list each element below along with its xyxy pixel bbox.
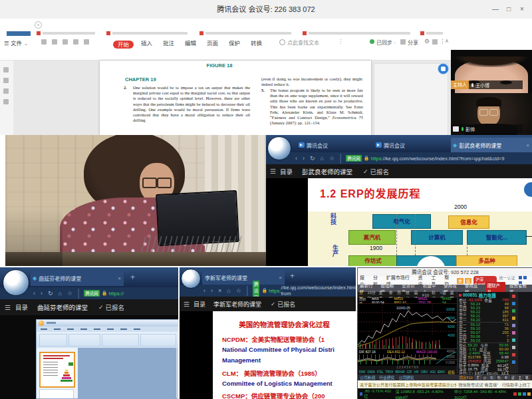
back-icon[interactable]: ‹ xyxy=(33,290,35,297)
back-icon[interactable]: ‹ xyxy=(295,155,297,162)
mini-tab[interactable]: 递 xyxy=(509,374,516,381)
browser-tab-active[interactable]: ◆彭武良老师的课堂× xyxy=(451,138,532,152)
tab-insert[interactable]: 插入 xyxy=(141,39,152,47)
video-tile-host[interactable]: 主持人 王小博 xyxy=(451,50,532,93)
tool-icon[interactable] xyxy=(512,353,515,356)
refresh-icon[interactable]: ↻ xyxy=(310,155,315,162)
collapse-ribbon-icon[interactable]: ∧ xyxy=(445,38,449,44)
doc-tab[interactable] xyxy=(106,31,188,36)
ticker-announcement[interactable]: 关于首次公开发行股票网上申购中签摇号事项提示公告 xyxy=(360,382,456,388)
tool-icon[interactable] xyxy=(512,302,515,305)
stock-max-button[interactable] xyxy=(523,276,527,279)
status-icon[interactable] xyxy=(523,392,526,396)
minimize-button[interactable]: — xyxy=(491,5,500,13)
tab-industry-research[interactable]: 行业研究 xyxy=(379,374,394,380)
pin-f10-button[interactable]: 固定F10 xyxy=(459,375,472,380)
search-more-icon[interactable]: ⋮ xyxy=(338,39,343,45)
favorite-star-icon[interactable]: ☆ xyxy=(236,287,241,294)
share-button[interactable]: 分享 xyxy=(408,39,418,46)
back-icon[interactable]: ‹ xyxy=(203,287,205,294)
ind-dmi[interactable]: DMI xyxy=(359,370,366,374)
slide-thumbnail-selected[interactable] xyxy=(39,352,75,388)
video-tile-participant[interactable]: 彭帅 xyxy=(451,93,532,135)
share-icon[interactable] xyxy=(400,39,406,45)
tab-company-research[interactable]: 公司研究 xyxy=(398,374,414,380)
ind-fsl[interactable]: FSL xyxy=(377,370,384,374)
scrollbar[interactable] xyxy=(176,348,178,398)
ind-cr[interactable]: CR xyxy=(407,370,412,374)
comment-bubble-icon[interactable] xyxy=(432,39,438,45)
tab-page[interactable]: 页面 xyxy=(207,39,218,47)
tool-icon[interactable] xyxy=(512,295,515,298)
doc-tab[interactable] xyxy=(37,31,95,36)
doc-tab[interactable] xyxy=(303,31,410,36)
thumbnail-panel-icon[interactable] xyxy=(3,67,9,72)
mini-tab[interactable]: 热 xyxy=(495,374,502,381)
address-bar[interactable]: https:// xyxy=(108,291,124,297)
browser-logo[interactable] xyxy=(267,136,291,160)
mini-tab[interactable]: 检 xyxy=(489,374,495,381)
new-tab-button[interactable]: + xyxy=(130,273,135,282)
browser-tab[interactable]: 腾讯会议 xyxy=(374,138,448,152)
tool-icon[interactable] xyxy=(512,317,515,320)
favorite-star-icon[interactable]: ☆ xyxy=(67,290,72,297)
redo-icon[interactable] xyxy=(84,39,89,45)
browser-tab[interactable]: 腾讯会议 xyxy=(297,138,371,152)
stop-icon[interactable]: × xyxy=(218,287,221,294)
ind-asi[interactable]: ASI xyxy=(430,370,436,374)
mini-tab[interactable]: 单 xyxy=(503,374,509,381)
print-icon[interactable] xyxy=(63,39,68,45)
address-bar[interactable]: ://ke.qq.com/webcourse/index.html?from=q… xyxy=(382,156,505,162)
url-scheme[interactable]: https: xyxy=(269,288,281,294)
ind-brar[interactable]: BRAR xyxy=(395,370,404,374)
slide-thumbnail[interactable] xyxy=(39,389,74,399)
menu-icon[interactable]: ☰ xyxy=(5,304,11,311)
doc-tab-active[interactable] xyxy=(7,31,31,36)
stock-min-button[interactable] xyxy=(519,276,522,279)
news-ticker[interactable]: 关于首次公开发行股票网上申购中签摇号事项提示公告 · 微信账号试试“看直播” ·… xyxy=(358,380,532,388)
address-bar[interactable]: //ke.qq.com/webcourse/index.html?from xyxy=(281,285,356,297)
ind-emv[interactable]: EMV xyxy=(438,370,445,374)
mini-tab[interactable]: 笔 xyxy=(523,374,530,381)
browser-logo[interactable] xyxy=(181,269,201,289)
ind-obv[interactable]: OBV xyxy=(421,370,428,374)
ind-dma[interactable]: DMA xyxy=(368,370,376,374)
tab-close-icon[interactable]: × xyxy=(279,275,285,281)
tab-comment[interactable]: 批注 xyxy=(163,39,174,47)
mini-tab[interactable]: 主 xyxy=(517,374,523,381)
new-tab-button[interactable]: + xyxy=(290,271,295,281)
mini-tab[interactable]: 买 xyxy=(475,374,481,381)
ind-trix[interactable]: TRIX xyxy=(386,370,394,374)
home-icon[interactable]: ⌂ xyxy=(227,287,230,294)
status-icon[interactable] xyxy=(518,392,521,396)
file-menu[interactable]: ☰ 文件 ⌄ xyxy=(4,39,29,47)
ind-vr[interactable]: VR xyxy=(414,370,418,374)
tab-close-icon[interactable]: × xyxy=(118,275,124,281)
ticker-promo[interactable]: · 微信账号试试“看直播” · 行情助手上线了 xyxy=(456,382,531,388)
toc-button[interactable]: 目录 xyxy=(194,300,205,309)
tool-icon[interactable] xyxy=(512,346,515,349)
annotation-icon[interactable] xyxy=(3,88,9,94)
forward-icon[interactable]: › xyxy=(211,287,213,294)
maximize-button[interactable]: □ xyxy=(504,5,513,13)
doc-tab[interactable] xyxy=(200,31,291,36)
menu-icon[interactable]: ☰ xyxy=(184,301,190,308)
browser-tab-active[interactable]: 李新军老师的课堂× xyxy=(202,270,285,285)
menu-icon[interactable]: ☰ xyxy=(270,168,276,175)
tool-icon[interactable] xyxy=(512,324,515,327)
forward-icon[interactable]: › xyxy=(41,290,43,297)
template-button[interactable]: 模板 xyxy=(448,370,455,374)
home-icon[interactable]: ⌂ xyxy=(321,155,324,162)
forward-icon[interactable]: › xyxy=(303,155,305,162)
settings-gear-icon[interactable]: ⚙ xyxy=(424,38,430,45)
hamburger-icon[interactable]: ☰ xyxy=(4,40,9,47)
assistant-fab-icon[interactable] xyxy=(438,63,449,74)
tool-icon[interactable] xyxy=(512,331,515,334)
status-icon[interactable] xyxy=(527,392,531,396)
save-icon[interactable] xyxy=(52,39,57,45)
browser-tab-active[interactable]: ◆曲延芬老师的课堂× xyxy=(31,271,124,286)
browser-logo[interactable] xyxy=(3,269,29,296)
undo-icon[interactable] xyxy=(73,39,78,45)
star-icon[interactable] xyxy=(3,99,9,104)
open-icon[interactable] xyxy=(41,39,47,45)
